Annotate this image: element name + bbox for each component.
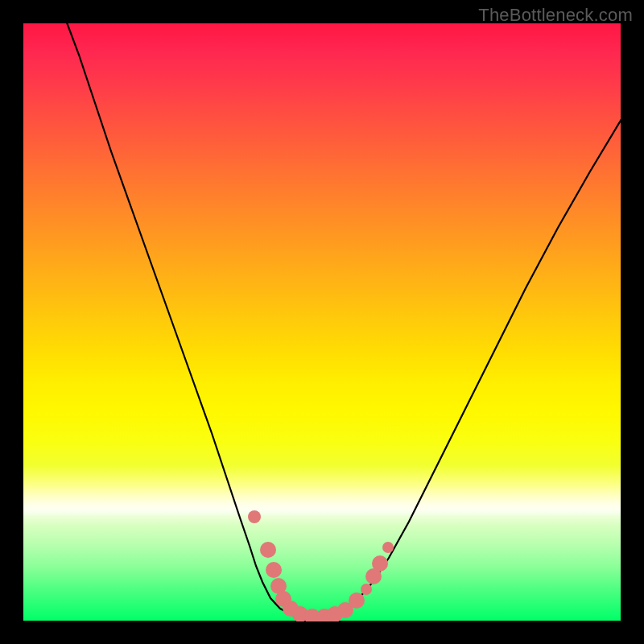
data-marker (372, 555, 388, 572)
data-marker (260, 542, 276, 558)
data-marker (349, 592, 365, 609)
data-marker (248, 510, 261, 523)
data-marker (361, 584, 372, 595)
data-marker (382, 542, 394, 553)
marker-group (248, 510, 394, 621)
bottleneck-curve (67, 23, 621, 618)
watermark-text: TheBottleneck.com (478, 5, 633, 26)
chart-svg (23, 23, 621, 621)
data-marker (266, 562, 282, 578)
chart-frame: TheBottleneck.com (0, 0, 644, 644)
